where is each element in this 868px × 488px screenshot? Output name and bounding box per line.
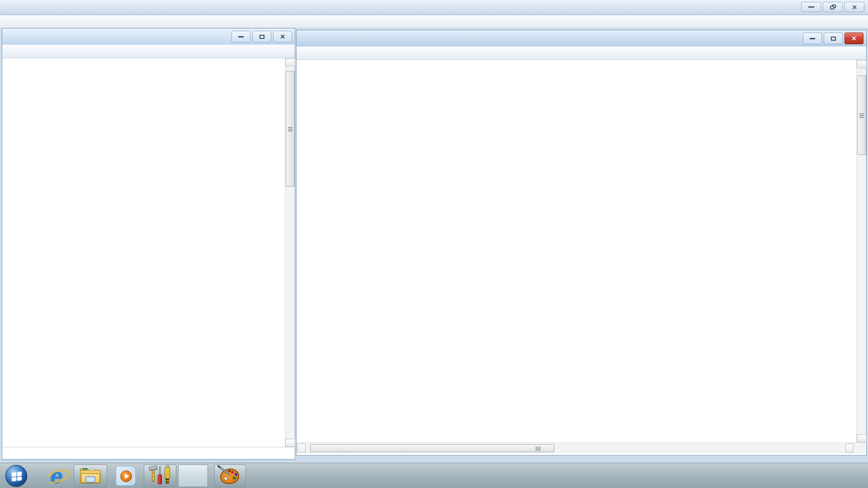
restore-icon <box>830 5 836 9</box>
maximize-icon <box>831 37 836 41</box>
spectrum-vertical-scrollbar[interactable] <box>285 58 295 447</box>
spectrum-menu-function[interactable] <box>13 49 24 54</box>
menu-file[interactable] <box>0 20 9 23</box>
stack-client <box>297 60 866 455</box>
taskbar-spex-app[interactable] <box>178 465 208 487</box>
spectrum-statusbar <box>2 447 295 459</box>
media-player-icon <box>116 466 136 486</box>
scrollbar-corner <box>855 443 865 454</box>
minimize-icon <box>808 6 814 8</box>
main-window-controls: ✕ <box>801 2 864 12</box>
stack-minimize-button[interactable] <box>803 33 822 44</box>
maximize-icon <box>259 35 264 39</box>
tools-icon <box>148 465 172 486</box>
stack-window: ✕ <box>296 30 867 455</box>
spectrum-menubar <box>2 45 295 58</box>
spectrum-window-controls: ✕ <box>231 31 292 42</box>
stack-horizontal-scrollbar[interactable] <box>297 442 865 453</box>
scroll-thumb[interactable] <box>310 444 554 452</box>
scroll-down-button[interactable] <box>857 434 867 442</box>
scroll-right-button[interactable] <box>845 444 854 453</box>
spectrum-titlebar[interactable]: ✕ <box>2 28 295 45</box>
windows-flag-icon <box>12 472 22 481</box>
folder-icon <box>80 468 101 483</box>
spectrum-window: ✕ <box>2 28 295 460</box>
taskbar-media-player[interactable] <box>111 465 140 487</box>
thumb-grip <box>288 127 292 131</box>
spectrum-minimize-button[interactable] <box>231 31 250 42</box>
scroll-down-button[interactable] <box>285 439 295 447</box>
spex-main-window: ✕ ✕ <box>0 0 868 463</box>
scroll-up-button[interactable] <box>285 58 295 66</box>
scroll-thumb[interactable] <box>857 75 866 155</box>
taskbar-tools-app[interactable] <box>144 465 176 487</box>
thumb-grip <box>859 113 864 118</box>
main-restore-button[interactable] <box>823 2 843 12</box>
stack-menu-options[interactable] <box>297 51 307 56</box>
taskbar-explorer[interactable] <box>74 465 107 487</box>
desktop: ✕ ✕ <box>0 0 868 488</box>
thumb-grip <box>536 446 541 451</box>
scroll-left-button[interactable] <box>297 444 306 453</box>
stack-close-button[interactable]: ✕ <box>844 33 863 44</box>
scroll-thumb[interactable] <box>286 71 295 187</box>
stack-maximize-button[interactable] <box>824 33 843 44</box>
minimize-icon <box>238 36 244 38</box>
minimize-icon <box>810 38 815 39</box>
main-menubar <box>0 15 868 28</box>
close-icon: ✕ <box>851 35 857 42</box>
palette-icon <box>219 467 241 485</box>
spectrum-close-button[interactable]: ✕ <box>273 31 292 42</box>
spectrum-maximize-button[interactable] <box>252 31 271 42</box>
close-icon: ✕ <box>280 33 285 40</box>
taskbar-internet-explorer[interactable]: e <box>42 465 69 487</box>
menu-help[interactable] <box>27 20 36 23</box>
main-close-button[interactable]: ✕ <box>844 2 864 12</box>
stack-vertical-scrollbar[interactable] <box>856 60 866 442</box>
stack-titlebar[interactable]: ✕ <box>297 30 866 47</box>
mdi-area: ✕ <box>0 28 868 463</box>
taskbar: e <box>0 463 868 488</box>
scroll-up-button[interactable] <box>857 60 867 68</box>
stack-window-controls: ✕ <box>803 33 863 44</box>
seismic-stack-plot[interactable] <box>297 60 855 442</box>
stack-menubar <box>297 47 866 60</box>
taskbar-paint-app[interactable] <box>214 465 246 487</box>
start-button[interactable] <box>5 465 27 487</box>
internet-explorer-icon: e <box>49 466 61 486</box>
velocity-spectrum-plot[interactable] <box>2 58 284 447</box>
spectrum-menu-options[interactable] <box>2 49 13 54</box>
main-minimize-button[interactable] <box>801 2 821 12</box>
menu-window[interactable] <box>18 20 27 23</box>
menu-lists[interactable] <box>9 20 18 23</box>
close-icon: ✕ <box>852 4 857 10</box>
main-titlebar[interactable]: ✕ <box>0 0 868 15</box>
spectrum-client <box>2 58 295 447</box>
